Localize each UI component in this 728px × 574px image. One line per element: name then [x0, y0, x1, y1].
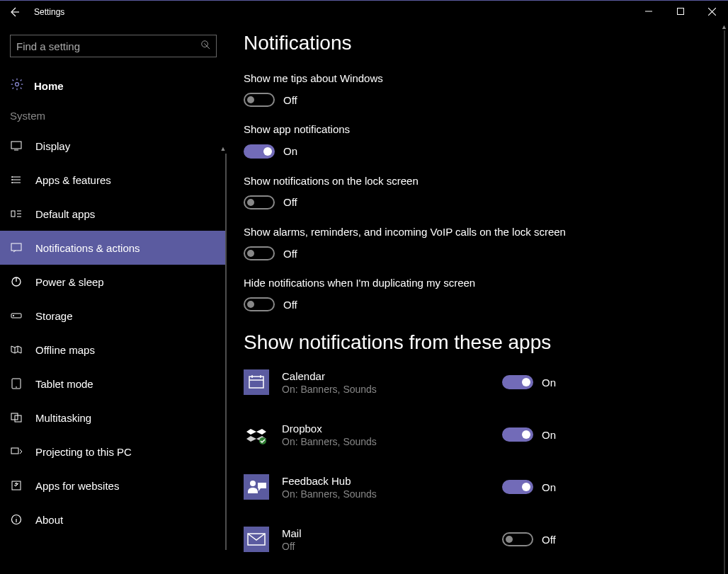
app-toggle-switch[interactable]: [502, 532, 533, 546]
sidebar-item-label: Default apps: [35, 208, 95, 220]
display-icon: [10, 140, 23, 151]
map-icon: [10, 344, 23, 355]
sidebar-item-project[interactable]: Projecting to this PC: [0, 435, 227, 469]
toggle-switch[interactable]: [244, 144, 275, 159]
app-toggle-switch[interactable]: [502, 480, 533, 494]
setting-block: Hide notifications when I'm duplicating …: [244, 276, 598, 311]
toggle-state-label: Off: [283, 196, 297, 208]
sidebar-item-label: Storage: [35, 310, 73, 322]
app-toggle-state: On: [542, 429, 556, 441]
maximize-button[interactable]: [664, 1, 696, 22]
content-scroll-up[interactable]: ▲: [721, 23, 727, 30]
apps-icon: [10, 174, 23, 185]
svg-rect-15: [11, 448, 18, 454]
setting-block: Show app notificationsOn: [244, 122, 598, 158]
setting-block: Show me tips about WindowsOff: [244, 71, 598, 107]
app-toggle-switch[interactable]: [502, 427, 533, 442]
search-icon: [200, 40, 210, 52]
setting-label: Hide notifications when I'm duplicating …: [244, 276, 598, 290]
sidebar-item-appsweb[interactable]: Apps for websites: [0, 469, 227, 503]
dropbox-app-icon: [244, 422, 269, 447]
app-desc: On: Banners, Sounds: [282, 384, 502, 395]
toggle-switch[interactable]: [244, 93, 275, 107]
app-name: Calendar: [282, 370, 502, 382]
sidebar-item-storage[interactable]: Storage: [0, 299, 227, 333]
app-desc: On: Banners, Sounds: [282, 436, 502, 447]
sidebar-item-label: Offline maps: [35, 344, 95, 356]
content-scrollbar[interactable]: [724, 30, 725, 574]
home-nav[interactable]: Home: [0, 70, 227, 107]
power-icon: [10, 276, 23, 287]
svg-point-2: [16, 83, 19, 86]
about-icon: [10, 514, 23, 525]
titlebar: Settings: [0, 1, 728, 23]
apps-section-title: Show notifications from these apps: [244, 331, 711, 354]
category-label: System: [0, 107, 227, 129]
sidebar-scroll-up[interactable]: ▲: [220, 145, 227, 152]
svg-point-23: [250, 481, 256, 486]
storage-icon: [10, 310, 23, 321]
window-controls: [632, 1, 728, 22]
default-icon: [10, 208, 23, 219]
svg-rect-3: [11, 142, 21, 149]
app-toggle-state: On: [542, 481, 556, 493]
window-title: Settings: [34, 7, 64, 17]
svg-rect-7: [11, 211, 15, 217]
sidebar-item-label: Display: [35, 140, 70, 152]
sidebar-item-multitask[interactable]: Multitasking: [0, 401, 227, 435]
sidebar-item-display[interactable]: Display: [0, 129, 227, 163]
close-button[interactable]: [696, 1, 728, 22]
svg-rect-20: [244, 422, 269, 447]
toggle-state-label: Off: [283, 248, 297, 260]
app-notification-row[interactable]: Feedback HubOn: Banners, SoundsOn: [244, 474, 569, 500]
sidebar-item-tablet[interactable]: Tablet mode: [0, 367, 227, 401]
multitask-icon: [10, 412, 23, 423]
app-toggle-state: Off: [542, 534, 556, 546]
setting-label: Show app notifications: [244, 122, 598, 137]
toggle-switch[interactable]: [244, 195, 275, 209]
back-button[interactable]: [0, 1, 28, 23]
appsweb-icon: [10, 480, 23, 491]
sidebar-item-about[interactable]: About: [0, 503, 227, 536]
sidebar-nav: DisplayApps & featuresDefault appsNotifi…: [0, 129, 227, 536]
sidebar-item-notify[interactable]: Notifications & actions: [0, 231, 227, 265]
app-notification-row[interactable]: CalendarOn: Banners, SoundsOn: [244, 369, 569, 395]
project-icon: [10, 446, 23, 457]
toggle-state-label: Off: [283, 94, 297, 106]
mail-app-icon: [244, 527, 269, 552]
sidebar-item-label: About: [35, 514, 63, 526]
setting-label: Show notifications on the lock screen: [244, 174, 598, 188]
sidebar-item-label: Apps for websites: [35, 480, 119, 492]
sidebar-item-label: Multitasking: [35, 412, 91, 424]
toggle-state-label: On: [283, 145, 297, 157]
app-toggle-switch[interactable]: [502, 375, 533, 389]
app-notification-row[interactable]: DropboxOn: Banners, SoundsOn: [244, 422, 569, 447]
svg-point-5: [12, 180, 13, 180]
tablet-icon: [10, 378, 23, 389]
sidebar-item-label: Tablet mode: [35, 378, 93, 390]
sidebar-item-label: Apps & features: [35, 174, 111, 186]
toggle-switch[interactable]: [244, 246, 275, 260]
page-title: Notifications: [244, 32, 711, 54]
app-notification-row[interactable]: MailOffOff: [244, 527, 569, 552]
svg-point-4: [12, 177, 13, 178]
toggle-switch[interactable]: [244, 297, 275, 311]
calendar-app-icon: [244, 369, 269, 395]
app-name: Feedback Hub: [282, 475, 502, 487]
sidebar-item-label: Projecting to this PC: [35, 446, 132, 458]
sidebar-item-apps[interactable]: Apps & features: [0, 163, 227, 197]
search-box[interactable]: [10, 35, 217, 57]
app-desc: On: Banners, Sounds: [282, 488, 502, 500]
app-desc: Off: [282, 541, 502, 552]
svg-rect-24: [258, 483, 266, 488]
svg-rect-18: [244, 369, 269, 395]
sidebar-item-map[interactable]: Offline maps: [0, 333, 227, 367]
minimize-button[interactable]: [632, 1, 664, 22]
search-input[interactable]: [16, 40, 200, 52]
setting-label: Show alarms, reminders, and incoming VoI…: [244, 225, 598, 239]
svg-rect-0: [677, 8, 683, 15]
svg-point-11: [13, 315, 13, 316]
sidebar-item-label: Notifications & actions: [35, 242, 140, 254]
sidebar-item-default[interactable]: Default apps: [0, 197, 227, 231]
sidebar-item-power[interactable]: Power & sleep: [0, 265, 227, 299]
